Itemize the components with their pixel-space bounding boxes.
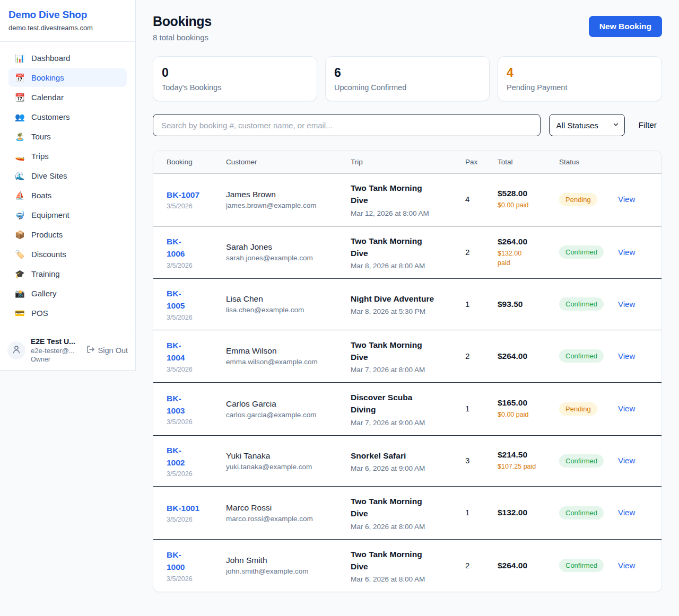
training-grad-cap-icon: 🎓 bbox=[15, 270, 24, 278]
log-out-icon bbox=[86, 345, 95, 355]
booking-date: 3/5/2026 bbox=[167, 262, 215, 269]
col-header-trip: Trip bbox=[345, 151, 460, 173]
booking-number-link[interactable]: BK-1007 bbox=[167, 189, 215, 201]
status-badge: Confirmed bbox=[559, 245, 604, 259]
status-badge: Pending bbox=[559, 402, 597, 416]
sidebar-item-trips[interactable]: 🚤 Trips bbox=[8, 147, 127, 165]
view-link[interactable]: View bbox=[618, 195, 635, 204]
view-link[interactable]: View bbox=[618, 404, 635, 413]
sidebar-item-boats[interactable]: ⛵ Boats bbox=[8, 186, 127, 205]
sidebar-item-gallery[interactable]: 📸 Gallery bbox=[8, 284, 127, 303]
gallery-camera-icon: 📸 bbox=[15, 289, 24, 297]
paid-amount: $0.00 paid bbox=[498, 200, 549, 210]
total-amount: $165.00 bbox=[498, 398, 549, 408]
trip-name: Two Tank Morning Dive bbox=[351, 339, 455, 364]
view-link[interactable]: View bbox=[618, 248, 635, 257]
customer-email: sarah.jones@example.com bbox=[226, 254, 340, 262]
sidebar-item-customers[interactable]: 👥 Customers bbox=[8, 108, 127, 126]
pax-count: 1 bbox=[465, 300, 469, 309]
status-select-wrap: All Statuses bbox=[549, 114, 625, 136]
customer-email: emma.wilson@example.com bbox=[226, 358, 340, 366]
stat-card: 6 Upcoming Confirmed bbox=[325, 56, 490, 101]
booking-date: 3/5/2026 bbox=[167, 516, 215, 523]
view-link[interactable]: View bbox=[618, 561, 635, 570]
filter-row: All Statuses Filter bbox=[153, 114, 662, 136]
view-link[interactable]: View bbox=[618, 456, 635, 465]
sidebar-item-training[interactable]: 🎓 Training bbox=[8, 265, 127, 283]
trip-name: Two Tank Morning Dive bbox=[351, 495, 455, 520]
sidebar-item-dashboard[interactable]: 📊 Dashboard bbox=[8, 49, 127, 67]
customer-name: Lisa Chen bbox=[226, 294, 340, 304]
equipment-mask-icon: 🤿 bbox=[15, 211, 24, 219]
col-header-customer: Customer bbox=[221, 151, 345, 173]
paid-amount: $0.00 paid bbox=[498, 410, 549, 419]
trip-name: Two Tank Morning Dive bbox=[351, 235, 455, 260]
booking-number-link[interactable]: BK-1001 bbox=[167, 502, 215, 514]
sidebar-item-dive-sites[interactable]: 🌊 Dive Sites bbox=[8, 166, 127, 185]
user-section: E2E Test U... e2e-tester@... Owner Sign … bbox=[0, 330, 135, 370]
sidebar-item-calendar[interactable]: 📆 Calendar bbox=[8, 88, 127, 107]
booking-number-link[interactable]: BK- 1004 bbox=[167, 339, 215, 364]
table-row: BK- 1000 3/5/2026 John Smith john.smith@… bbox=[153, 539, 662, 592]
booking-number-link[interactable]: BK- 1002 bbox=[167, 444, 215, 469]
stats-row: 0 Today's Bookings 6 Upcoming Confirmed … bbox=[153, 56, 662, 101]
col-header-booking: Booking bbox=[153, 151, 221, 173]
paid-amount: $107.25 paid bbox=[498, 462, 549, 471]
customer-name: Sarah Jones bbox=[226, 242, 340, 252]
booking-number-link[interactable]: BK- 1005 bbox=[167, 287, 215, 312]
pax-count: 3 bbox=[465, 456, 469, 465]
customer-name: Carlos Garcia bbox=[226, 399, 340, 409]
total-amount: $214.50 bbox=[498, 450, 549, 460]
booking-date: 3/5/2026 bbox=[167, 314, 215, 321]
status-select[interactable]: All Statuses bbox=[549, 114, 625, 136]
sign-out-label: Sign Out bbox=[98, 346, 128, 355]
booking-number-link[interactable]: BK- 1000 bbox=[167, 549, 215, 574]
table-header-row: Booking Customer Trip Pax Total Status bbox=[153, 151, 662, 173]
stat-card: 0 Today's Bookings bbox=[153, 56, 317, 101]
search-input[interactable] bbox=[153, 114, 541, 136]
new-booking-button[interactable]: New Booking bbox=[589, 16, 662, 37]
table-row: BK- 1004 3/5/2026 Emma Wilson emma.wilso… bbox=[153, 330, 662, 383]
table-row: BK- 1002 3/5/2026 Yuki Tanaka yuki.tanak… bbox=[153, 435, 662, 487]
trip-datetime: Mar 6, 2026 at 9:00 AM bbox=[351, 464, 455, 472]
sidebar-item-products[interactable]: 📦 Products bbox=[8, 225, 127, 244]
user-info: E2E Test U... e2e-tester@... Owner bbox=[31, 337, 75, 363]
stat-card: 4 Pending Payment bbox=[498, 56, 662, 101]
main-content: Bookings 8 total bookings New Booking 0 … bbox=[136, 0, 679, 592]
total-amount: $93.50 bbox=[498, 300, 549, 309]
total-amount: $528.00 bbox=[498, 189, 549, 198]
view-link[interactable]: View bbox=[618, 351, 635, 360]
booking-number-link[interactable]: BK- 1006 bbox=[167, 235, 215, 260]
table-row: BK-1001 3/5/2026 Marco Rossi marco.rossi… bbox=[153, 487, 662, 540]
bookings-calendar-icon: 📅 bbox=[15, 74, 24, 82]
pax-count: 1 bbox=[465, 404, 469, 413]
page-header: Bookings 8 total bookings New Booking bbox=[153, 14, 662, 42]
view-link[interactable]: View bbox=[618, 300, 635, 309]
customer-email: marco.rossi@example.com bbox=[226, 515, 340, 523]
sign-out-button[interactable]: Sign Out bbox=[86, 345, 128, 355]
customer-email: james.brown@example.com bbox=[226, 201, 340, 209]
sidebar-item-discounts[interactable]: 🏷️ Discounts bbox=[8, 245, 127, 263]
table-row: BK-1007 3/5/2026 James Brown james.brown… bbox=[153, 173, 662, 226]
user-name: E2E Test U... bbox=[31, 337, 75, 346]
customer-email: yuki.tanaka@example.com bbox=[226, 463, 340, 471]
booking-date: 3/5/2026 bbox=[167, 203, 215, 210]
table-row: BK- 1006 3/5/2026 Sarah Jones sarah.jone… bbox=[153, 226, 662, 279]
booking-number-link[interactable]: BK- 1003 bbox=[167, 392, 215, 417]
pax-count: 4 bbox=[465, 195, 469, 204]
view-link[interactable]: View bbox=[618, 508, 635, 517]
page-title: Bookings bbox=[153, 14, 212, 29]
sidebar-item-bookings[interactable]: 📅 Bookings bbox=[8, 68, 127, 87]
sidebar-nav: 📊 Dashboard 📅 Bookings 📆 Calendar 👥 Cust… bbox=[0, 42, 135, 330]
booking-date: 3/5/2026 bbox=[167, 418, 215, 426]
trip-datetime: Mar 6, 2026 at 8:00 AM bbox=[351, 523, 455, 531]
sidebar-item-pos[interactable]: 💳 POS bbox=[8, 304, 127, 322]
trip-name: Night Dive Adventure bbox=[351, 293, 455, 305]
status-badge: Confirmed bbox=[559, 506, 604, 520]
sidebar-item-equipment[interactable]: 🤿 Equipment bbox=[8, 206, 127, 224]
sidebar-item-tours[interactable]: 🏝️ Tours bbox=[8, 127, 127, 146]
pax-count: 2 bbox=[465, 351, 469, 360]
trip-datetime: Mar 6, 2026 at 8:00 AM bbox=[351, 575, 455, 583]
status-badge: Confirmed bbox=[559, 454, 604, 468]
filter-button[interactable]: Filter bbox=[633, 120, 662, 130]
